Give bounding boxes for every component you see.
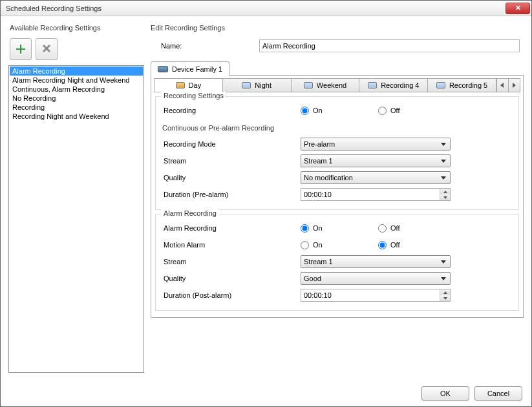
motion-alarm-label: Motion Alarm [161,241,301,249]
list-item[interactable]: Alarm Recording [10,67,143,76]
recording-tab-label: Weekend [317,81,346,89]
ok-button[interactable]: OK [421,386,469,401]
recording-settings-title: Recording Settings [161,92,226,99]
dialog-footer: OK Cancel [1,381,531,406]
recording-mode-label: Recording Mode [161,140,301,148]
list-item[interactable]: Continuous, Alarm Recording [10,85,143,94]
stream-label: Stream [161,157,301,165]
recording-radio-group: On Off [301,107,456,115]
motion-on-radio[interactable] [301,241,309,249]
device-tab-body: DayNightWeekendRecording 4Recording 5 Re… [151,75,524,318]
duration-prealarm-label: Duration (Pre-alarm) [161,191,301,198]
duration-postalarm-label: Duration (Post-alarm) [161,291,301,299]
window-title: Scheduled Recording Settings [6,5,505,12]
delete-button[interactable] [36,38,58,60]
list-item[interactable]: Recording Night and Weekend [10,112,143,121]
alarm-quality-label: Quality [161,275,301,282]
recording-tabs: DayNightWeekendRecording 4Recording 5 [154,78,520,92]
alarm-stream-combo[interactable]: Stream 1 [301,255,451,268]
name-label: Name: [161,42,259,50]
recording-mode-combo[interactable]: Pre-alarm [301,138,451,151]
recording-on-option[interactable]: On [301,107,378,115]
dialog-window: Scheduled Recording Settings ✕ Available… [0,0,532,407]
close-icon: ✕ [515,5,521,12]
titlebar: Scheduled Recording Settings ✕ [1,1,531,16]
alarm-recording-group: Alarm Recording Alarm Recording On Off M… [155,214,519,311]
alarm-recording-label: Alarm Recording [161,224,301,232]
name-row: Name: [161,39,524,52]
recording-settings-group: Recording Settings Recording On Off Cont… [155,96,519,210]
duration-prealarm-spinner[interactable]: 00:00:10 [301,188,451,201]
spin-down-icon[interactable] [440,194,450,200]
alarm-recording-radio-group: On Off [301,224,456,233]
recording-tab-label: Day [189,81,202,89]
list-item[interactable]: Alarm Recording Night and Weekend [10,76,143,85]
tab-scroll-left[interactable] [496,79,508,92]
recording-tab-icon [304,82,313,89]
available-heading: Available Recording Settings [8,24,144,32]
name-input[interactable] [259,39,520,52]
device-icon [158,66,168,72]
recording-tab[interactable]: Weekend [292,79,360,92]
recording-tab[interactable]: Night [223,79,292,92]
available-settings-panel: Available Recording Settings Alarm Recor… [8,24,144,373]
spin-up-icon[interactable] [440,189,450,194]
alarm-recording-title: Alarm Recording [161,209,219,217]
recording-label: Recording [161,107,301,114]
recording-tab-icon [368,82,377,89]
plus-icon [15,43,27,55]
alarm-off-radio[interactable] [378,224,387,233]
recording-tab-icon [436,82,445,89]
device-tab[interactable]: Device Family 1 [151,61,229,76]
recording-tab[interactable]: Day [154,79,223,92]
spin-down-icon[interactable] [440,295,450,301]
edit-heading: Edit Recording Settings [149,24,524,32]
alarm-off-option[interactable]: Off [378,224,456,233]
recording-tab-label: Night [255,81,271,89]
list-item[interactable]: No Recording [10,94,143,103]
device-tab-label: Device Family 1 [172,65,222,73]
recording-off-radio[interactable] [378,107,387,115]
quality-label: Quality [161,174,301,182]
list-item[interactable]: Recording [10,103,143,112]
available-toolbar [8,36,144,65]
available-listbox[interactable]: Alarm RecordingAlarm Recording Night and… [8,65,144,373]
recording-on-radio[interactable] [301,107,309,115]
recording-tab-label: Recording 5 [449,81,487,89]
alarm-stream-label: Stream [161,258,301,266]
recording-tab[interactable]: Recording 4 [359,79,428,92]
motion-off-option[interactable]: Off [378,241,456,249]
close-button[interactable]: ✕ [505,3,530,14]
content-area: Available Recording Settings Alarm Recor… [1,16,531,381]
spin-up-icon[interactable] [440,289,450,295]
motion-on-option[interactable]: On [301,241,378,249]
recording-tab-icon [176,82,185,89]
quality-combo[interactable]: No modification [301,171,451,184]
alarm-quality-combo[interactable]: Good [301,272,451,285]
tab-scroll-buttons [496,79,520,92]
edit-settings-panel: Edit Recording Settings Name: Device Fam… [149,24,524,373]
continuous-prealarm-title: Continuous or Pre-alarm Recording [162,124,513,132]
recording-tab-icon [242,82,251,89]
add-button[interactable] [10,38,32,60]
tab-scroll-right[interactable] [508,79,520,92]
recording-tab[interactable]: Recording 5 [428,79,496,92]
alarm-on-radio[interactable] [301,224,309,233]
motion-alarm-radio-group: On Off [301,241,456,249]
stream-combo[interactable]: Stream 1 [301,154,451,167]
alarm-on-option[interactable]: On [301,224,378,233]
motion-off-radio[interactable] [378,241,387,249]
duration-postalarm-spinner[interactable]: 00:00:10 [301,289,451,302]
x-icon [41,43,52,55]
device-tabs: Device Family 1 DayNightWeekendRecording… [151,61,524,318]
cancel-button[interactable]: Cancel [474,386,522,401]
recording-tab-label: Recording 4 [381,81,419,89]
recording-off-option[interactable]: Off [378,107,456,115]
